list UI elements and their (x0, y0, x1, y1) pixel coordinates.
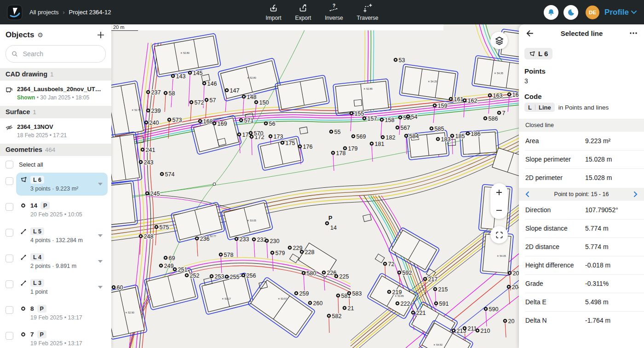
geometry-row-l-5[interactable]: L 54 points · 132.284 m (0, 223, 111, 249)
geometry-checkbox[interactable] (6, 306, 13, 314)
geometry-checkbox[interactable] (6, 332, 13, 340)
import-button[interactable]: Import (266, 3, 282, 21)
geometry-subtitle: 19 Feb 2025 • 13:17 (20, 314, 104, 321)
geometry-row-14-p[interactable]: 14P20 Feb 2025 • 10:05 (0, 197, 111, 223)
row-label: Delta E (525, 298, 585, 306)
export-label: Export (295, 15, 311, 21)
code-heading: Code (524, 93, 638, 100)
zoom-out-button[interactable] (490, 202, 508, 219)
chevron-down-icon[interactable] (98, 183, 103, 186)
dark-mode-button[interactable] (564, 5, 578, 20)
map-scale-label: 20 m (113, 24, 124, 30)
gear-icon[interactable]: ⚙ (37, 32, 43, 38)
geometry-item[interactable]: L 31 point (16, 276, 108, 299)
chevron-down-icon[interactable] (98, 234, 103, 237)
breadcrumb-all-projects[interactable]: All projects (29, 9, 59, 16)
inverse-button[interactable]: ? Inverse (325, 3, 343, 21)
breadcrumb-project: Project 2364-12 (69, 9, 111, 16)
objects-sidebar: Objects ⚙ CAD drawing 1 2364_Lausboels_2… (0, 24, 111, 348)
search-icon (12, 50, 18, 58)
fit-view-button[interactable] (490, 226, 508, 244)
svg-text:186: 186 (471, 131, 481, 137)
geometry-checkbox[interactable] (6, 203, 13, 211)
svg-text:✕ 52.90: ✕ 52.90 (125, 311, 134, 314)
search-input[interactable] (22, 50, 100, 58)
panel-row-area: Area9.223 m² (519, 132, 644, 150)
search-box[interactable] (6, 45, 106, 63)
geometry-row-7-p[interactable]: 7P19 Feb 2025 • 13:17 (0, 326, 111, 348)
map-canvas[interactable]: ✕ 52.80✕ 52.80✕ 52.85✕ 54.25✕ 54.35✕ 52.… (111, 24, 519, 348)
row-value: -1.764 m (585, 317, 638, 324)
selected-geometry-label: L 6 (538, 50, 548, 58)
surface-item[interactable]: 2364_13NOV 18 Feb 2025 • 17:21 (0, 118, 111, 144)
geometry-checkbox[interactable] (6, 255, 13, 262)
svg-text:✕ 52.80: ✕ 52.80 (180, 52, 190, 54)
point-icon (20, 203, 27, 209)
svg-text:592: 592 (402, 270, 412, 276)
svg-text:53: 53 (399, 57, 405, 64)
map-area: ✕ 52.80✕ 52.80✕ 52.85✕ 54.25✕ 54.35✕ 52.… (111, 24, 533, 348)
geometry-item[interactable]: L 63 points · 9.223 m² (16, 173, 108, 196)
avatar[interactable]: DE (586, 6, 599, 19)
add-object-button[interactable] (97, 31, 105, 39)
geometry-checkbox[interactable] (6, 280, 13, 288)
chevron-down-icon[interactable] (98, 286, 103, 289)
svg-text:178: 178 (336, 150, 346, 157)
row-label: Area (525, 137, 585, 145)
geometry-row-l-3[interactable]: L 31 point (0, 274, 111, 300)
row-label: Height difference (525, 261, 585, 269)
profile-menu[interactable]: Profile (604, 8, 637, 17)
measurements-group-2: Direction107.79052°Slope distance5.774 m… (519, 201, 644, 330)
svg-text:585: 585 (435, 126, 444, 132)
more-options-button[interactable] (629, 32, 638, 35)
back-button[interactable] (525, 29, 534, 38)
geometry-checkbox[interactable] (6, 177, 13, 185)
geometry-row-l-4[interactable]: L 42 points · 9.891 m (0, 249, 111, 274)
zoom-in-button[interactable] (490, 184, 508, 201)
svg-text:222: 222 (401, 301, 410, 307)
profile-label: Profile (604, 8, 629, 17)
svg-text:251: 251 (178, 267, 188, 273)
select-all-checkbox[interactable] (6, 161, 13, 168)
export-button[interactable]: Export (295, 3, 311, 21)
traverse-button[interactable]: Traverse (357, 3, 379, 21)
geometry-row-l-6[interactable]: L 63 points · 9.223 m² (0, 171, 111, 197)
traverse-icon (362, 3, 373, 13)
geometry-checkbox[interactable] (6, 229, 13, 237)
svg-text:165: 165 (512, 92, 519, 98)
minus-icon (495, 207, 503, 214)
svg-text:210: 210 (481, 328, 490, 334)
geometry-item[interactable]: 8P19 Feb 2025 • 13:17 (16, 302, 108, 325)
layers-button[interactable] (490, 32, 508, 49)
svg-text:253: 253 (215, 273, 224, 280)
import-label: Import (266, 15, 282, 21)
geometry-item[interactable]: 14P20 Feb 2025 • 10:05 (16, 198, 108, 221)
geometry-id: 8 (30, 305, 34, 312)
bell-icon (547, 8, 555, 17)
app-logo-icon[interactable] (7, 5, 23, 20)
chevron-down-icon[interactable] (98, 260, 103, 263)
section-count: 1 (33, 109, 36, 116)
svg-text:✕ 53.05: ✕ 53.05 (247, 219, 256, 222)
notifications-button[interactable] (544, 5, 558, 20)
cad-item-title: 2364_Lausboels_20nov_UTM_Re... (17, 86, 102, 93)
svg-text:173: 173 (274, 133, 283, 140)
cad-drawing-item[interactable]: 2364_Lausboels_20nov_UTM_Re... Shown • 3… (0, 81, 111, 106)
section-label: CAD drawing (6, 70, 47, 78)
eye-off-icon (6, 124, 13, 131)
panel-row-2d-perimeter: 2D perimeter15.028 m (519, 168, 644, 187)
svg-text:69: 69 (169, 255, 175, 261)
geometry-item[interactable]: L 54 points · 132.284 m (16, 224, 108, 247)
code-name: Line (539, 104, 551, 111)
svg-text:✕ 52.80: ✕ 52.80 (247, 76, 256, 79)
pager-next-button[interactable] (632, 191, 638, 197)
pager-prev-button[interactable] (524, 191, 531, 197)
geometry-item[interactable]: 7P19 Feb 2025 • 13:17 (16, 327, 108, 348)
code-divider (535, 104, 535, 110)
geometry-row-8-p[interactable]: 8P19 Feb 2025 • 13:17 (0, 300, 111, 326)
geometry-item[interactable]: L 42 points · 9.891 m (16, 250, 108, 273)
closed-line-band: Closed line (519, 119, 644, 132)
cad-item-status: Shown (17, 94, 35, 101)
row-value: -0.018 m (585, 261, 638, 269)
layers-icon (494, 36, 504, 46)
